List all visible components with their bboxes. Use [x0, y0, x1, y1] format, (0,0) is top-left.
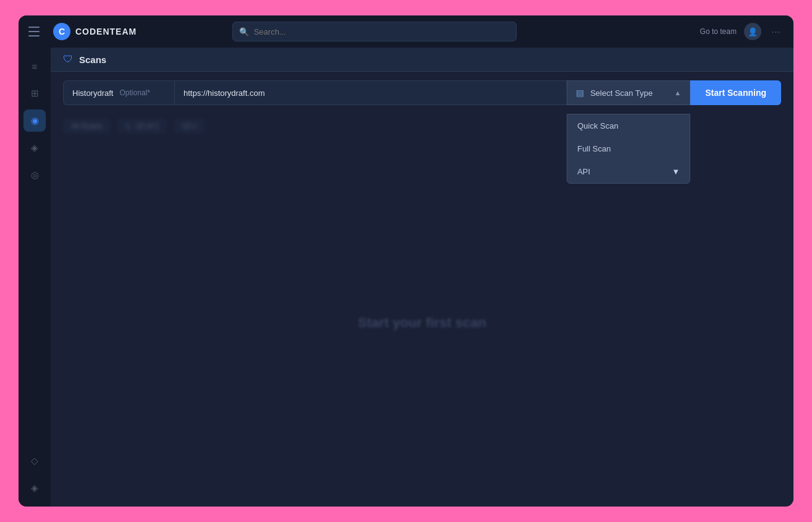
sidebar-item-dashboard[interactable]: ⊞ — [23, 82, 46, 105]
hamburger-menu[interactable] — [28, 23, 46, 40]
chevron-right-icon: ▼ — [672, 167, 680, 176]
main-content-empty: Start your first scan — [51, 139, 793, 507]
filter-per-page[interactable]: 10 v — [174, 119, 205, 134]
content-area: 🛡 Scans Historydraft Optional* ▤ Select … — [51, 48, 793, 507]
scan-name-value: Historydraft — [72, 88, 113, 98]
scan-type-menu: Quick Scan Full Scan API ▼ — [567, 114, 690, 184]
logo-icon: C — [53, 23, 70, 40]
dropdown-item-full-scan[interactable]: Full Scan — [567, 137, 690, 160]
filter-pagination: 1 - 10 of 1 — [117, 119, 167, 134]
filter-all-scans[interactable]: All Scans — [63, 119, 110, 134]
top-nav: C CODENTEAM 🔍 Go to team 👤 ⋯ — [19, 15, 793, 48]
search-icon: 🔍 — [239, 27, 249, 36]
nav-right-text: Go to team — [700, 27, 737, 36]
search-bar[interactable]: 🔍 — [232, 22, 517, 41]
nav-right: Go to team 👤 ⋯ — [700, 23, 784, 40]
scan-type-label: Select Scan Type — [590, 88, 668, 98]
sidebar-item-settings-2[interactable]: ◈ — [23, 477, 46, 499]
start-scanning-button[interactable]: Start Scanning — [690, 80, 781, 105]
sidebar: ≡ ⊞ ◉ ◈ ◎ ◇ ◈ — [19, 48, 51, 507]
scan-url-field[interactable] — [174, 80, 567, 105]
dropdown-item-quick-scan[interactable]: Quick Scan — [567, 114, 690, 137]
scan-type-icon: ▤ — [576, 88, 584, 98]
dropdown-item-api[interactable]: API ▼ — [567, 160, 690, 183]
app-window: C CODENTEAM 🔍 Go to team 👤 ⋯ ≡ ⊞ ◉ ◈ ◎ ◇… — [17, 14, 795, 508]
scan-name-optional: Optional* — [119, 88, 150, 97]
sidebar-item-scans[interactable]: ◉ — [23, 109, 46, 132]
app-name: CODENTEAM — [75, 27, 137, 36]
nav-more[interactable]: ⋯ — [769, 24, 784, 39]
sidebar-item-security[interactable]: ◈ — [23, 137, 46, 159]
scan-type-dropdown[interactable]: ▤ Select Scan Type ▲ — [567, 80, 690, 105]
logo-area: C CODENTEAM — [53, 23, 137, 40]
chevron-up-icon: ▲ — [674, 89, 681, 96]
scan-url-input[interactable] — [184, 88, 558, 98]
scan-bar: Historydraft Optional* ▤ Select Scan Typ… — [51, 72, 793, 114]
sidebar-item-menu[interactable]: ≡ — [23, 55, 46, 77]
scan-name-field[interactable]: Historydraft Optional* — [63, 80, 174, 105]
page-header: 🛡 Scans — [51, 48, 793, 72]
empty-state-text: Start your first scan — [358, 315, 486, 331]
scan-type-wrapper: ▤ Select Scan Type ▲ Quick Scan Full Sca… — [567, 80, 690, 105]
shield-icon: 🛡 — [63, 54, 73, 65]
page-title: Scans — [79, 54, 106, 65]
avatar[interactable]: 👤 — [744, 23, 761, 40]
main-layout: ≡ ⊞ ◉ ◈ ◎ ◇ ◈ 🛡 Scans Historydraft Optio… — [19, 48, 793, 507]
sidebar-item-settings-1[interactable]: ◇ — [23, 450, 46, 472]
search-input[interactable] — [254, 27, 510, 36]
sidebar-item-reports[interactable]: ◎ — [23, 164, 46, 186]
